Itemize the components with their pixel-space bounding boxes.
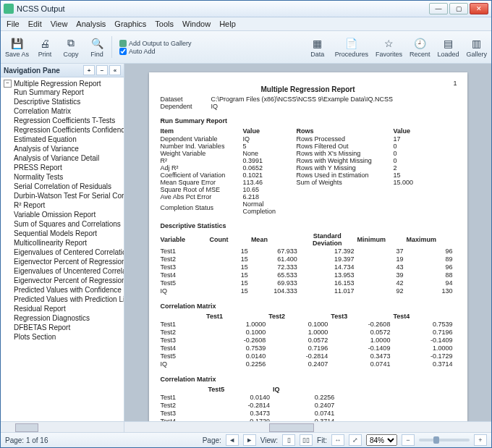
save-as-button[interactable]: 💾Save As: [5, 37, 29, 58]
tree-item[interactable]: Eigenvalues of Centered Correlations: [14, 248, 124, 257]
tree-item[interactable]: Regression Coefficients Confidence Inter…: [14, 125, 124, 135]
tree-item[interactable]: Predicted Values with Confidence Limits …: [14, 285, 124, 295]
tree-item[interactable]: Variable Omission Report: [14, 210, 124, 219]
print-icon: 🖨: [38, 37, 51, 50]
recent-button[interactable]: 🕘Recent: [410, 37, 430, 58]
clock-icon: 🕘: [413, 37, 426, 50]
tree-item[interactable]: Regression Coefficients T-Tests: [14, 116, 124, 125]
close-button[interactable]: ✕: [470, 3, 488, 14]
menubar: File Edit View Analysis Graphics Tools W…: [1, 17, 491, 31]
nav-tree[interactable]: − Multiple Regression Report Run Summary…: [1, 77, 124, 421]
zoom-thumb[interactable]: [433, 436, 439, 444]
document-viewport[interactable]: 1 Multiple Regression Report DatasetC:\P…: [124, 64, 491, 421]
nav-header: Navigation Pane + − «: [1, 64, 124, 77]
gallery-icon: ▥: [470, 37, 483, 50]
tree-item[interactable]: PRESS Report: [14, 163, 124, 172]
tree-collapse-icon[interactable]: −: [4, 80, 12, 88]
tree-item[interactable]: Predicted Values with Prediction Limits …: [14, 295, 124, 304]
menu-edit[interactable]: Edit: [28, 20, 42, 28]
table-row: IQ0.22560.24070.07410.3714: [161, 360, 456, 368]
gallery-button[interactable]: ▥Gallery: [466, 37, 487, 58]
nav-hscrollbar[interactable]: [1, 421, 124, 432]
tree-item[interactable]: Run Summary Report: [14, 88, 124, 97]
tree-item[interactable]: Eigenvalues of Uncentered Correlations: [14, 266, 124, 276]
favorites-button[interactable]: ☆Favorites: [376, 37, 402, 58]
desc-stats-title: Descriptive Statistics: [161, 222, 456, 229]
tree-item[interactable]: Eigenvector Percent of Regression-Coeffi…: [14, 276, 124, 285]
corr1-title: Correlation Matrix: [161, 303, 456, 310]
procedures-button[interactable]: 📄Procedures: [335, 37, 368, 58]
zoom-out-button[interactable]: −: [402, 434, 415, 446]
table-row: R²0.3991Rows with Weight Missing0: [161, 157, 456, 164]
scrollbar-thumb[interactable]: [269, 423, 314, 432]
tree-item[interactable]: R² Report: [14, 200, 124, 210]
add-output-gallery-button[interactable]: Add Output to Gallery: [119, 40, 192, 47]
tree-item[interactable]: Analysis of Variance Detail: [14, 153, 124, 163]
tree-item[interactable]: Sum of Squares and Correlations: [14, 219, 124, 229]
menu-window[interactable]: Window: [182, 20, 211, 28]
scrollbar-thumb[interactable]: [15, 423, 38, 432]
tree-item[interactable]: Correlation Matrix: [14, 106, 124, 116]
maximize-button[interactable]: ▢: [449, 3, 468, 14]
tree-item[interactable]: Normality Tests: [14, 172, 124, 182]
toolbar-separator: [111, 36, 112, 58]
tree-item[interactable]: DFBETAS Report: [14, 323, 124, 332]
tree-item[interactable]: Plots Section: [14, 332, 124, 342]
doc-hscrollbar[interactable]: [124, 421, 491, 432]
view-label: View:: [260, 436, 278, 444]
nav-collapse-button[interactable]: −: [96, 65, 108, 75]
menu-graphics[interactable]: Graphics: [114, 20, 146, 28]
tree-item[interactable]: Descriptive Statistics: [14, 97, 124, 106]
menu-help[interactable]: Help: [219, 20, 236, 28]
table-row: Test3-0.26080.05721.0000-0.1409: [161, 337, 456, 345]
minimize-button[interactable]: —: [429, 3, 448, 14]
find-button[interactable]: 🔍Find: [87, 37, 107, 58]
table-row: Test2-0.28140.2407: [161, 402, 338, 410]
auto-add-check[interactable]: [119, 48, 127, 55]
meta-dataset-val: C:\Program Files (x86)\NCSS\NCSS 9\Examp…: [211, 96, 394, 103]
data-button[interactable]: ▦Data: [308, 37, 328, 58]
auto-add-checkbox[interactable]: Auto Add: [119, 48, 192, 55]
menu-tools[interactable]: Tools: [155, 20, 174, 28]
find-icon: 🔍: [90, 37, 103, 50]
loaded-button[interactable]: ▤Loaded: [437, 37, 459, 58]
menu-analysis[interactable]: Analysis: [76, 20, 106, 28]
print-button[interactable]: 🖨Print: [35, 37, 55, 58]
tree-item[interactable]: Sequential Models Report: [14, 229, 124, 238]
tree-item[interactable]: Estimated Equation: [14, 135, 124, 144]
table-row: Ave Abs Pct Error6.218: [161, 193, 456, 200]
zoom-in-button[interactable]: +: [474, 434, 487, 446]
tree-item[interactable]: Residual Report: [14, 304, 124, 313]
table-row: Test10.01400.2256: [161, 394, 338, 402]
tree-item[interactable]: Serial Correlation of Residuals: [14, 182, 124, 191]
nav-expand-button[interactable]: +: [83, 65, 95, 75]
page-label: Page:: [203, 436, 221, 444]
corr-matrix-2: Test5IQ Test10.01400.2256Test2-0.28140.2…: [161, 386, 338, 421]
tree-item[interactable]: Analysis of Variance: [14, 144, 124, 153]
copy-button[interactable]: ⧉Copy: [61, 37, 81, 58]
plus-icon: [119, 40, 127, 47]
app-icon: [4, 4, 14, 14]
tree-item[interactable]: Durbin-Watson Test For Serial Correlatio…: [14, 191, 124, 200]
fit-width-button[interactable]: ↔: [331, 434, 344, 446]
view-double-button[interactable]: ▯▯: [300, 434, 313, 446]
table-row: Test41565.53313.9533988: [161, 271, 456, 279]
zoom-slider[interactable]: [419, 439, 470, 441]
page-next-button[interactable]: ►: [243, 434, 256, 446]
zoom-select[interactable]: 84%: [366, 434, 397, 446]
table-row: Test20.10001.00000.05720.7196: [161, 329, 456, 337]
view-single-button[interactable]: ▯: [282, 434, 295, 446]
tree-item[interactable]: Regression Diagnostics: [14, 313, 124, 323]
menu-file[interactable]: File: [7, 20, 20, 28]
tree-item[interactable]: Multicollinearity Report: [14, 238, 124, 248]
tree-root[interactable]: − Multiple Regression Report: [4, 80, 124, 88]
nav-hide-button[interactable]: «: [109, 65, 121, 75]
body-area: Navigation Pane + − « − Multiple Regress…: [1, 64, 491, 432]
menu-view[interactable]: View: [51, 20, 68, 28]
window-title: NCSS Output: [17, 4, 429, 13]
fit-page-button[interactable]: ⤢: [349, 434, 362, 446]
run-summary-table: Item Value Rows Value Dependent Variable…: [161, 127, 456, 215]
desc-stats-table: Variable Count Mean Standard Deviation M…: [161, 232, 456, 295]
tree-item[interactable]: Eigenvector Percent of Regression-Coeffi…: [14, 257, 124, 266]
page-prev-button[interactable]: ◄: [226, 434, 239, 446]
